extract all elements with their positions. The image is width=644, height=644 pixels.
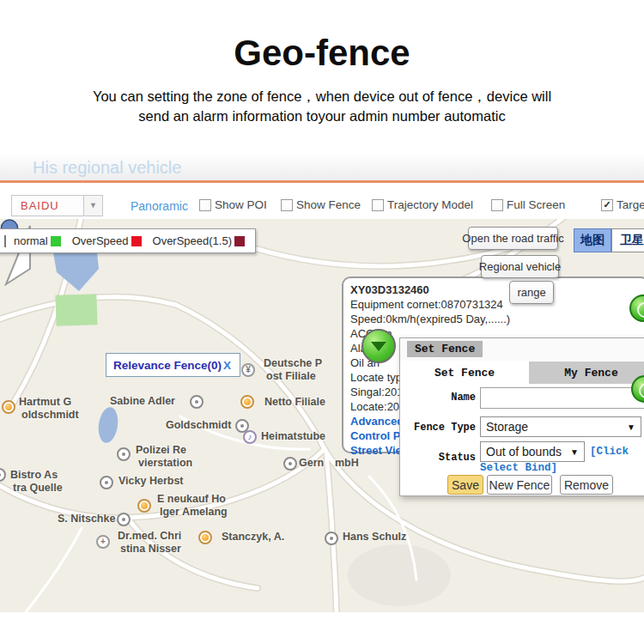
- checkbox-icon[interactable]: [199, 199, 211, 211]
- checkbox-label: Show POI: [215, 198, 267, 211]
- chevron-down-icon: ▼: [627, 422, 635, 432]
- shop-poi-icon: [198, 531, 212, 544]
- checkbox-icon[interactable]: [281, 199, 293, 211]
- map-label-goldschmidt: Goldschmidt: [166, 419, 231, 432]
- info-line: Equipment cornet:0870731324: [350, 297, 642, 312]
- dot-poi-icon: [283, 457, 297, 471]
- relevance-fence-label: Relevance Fence(0): [113, 359, 222, 372]
- chevron-down-icon: ▼: [570, 447, 579, 457]
- checkbox-trajectory-model[interactable]: Trajectory Model: [372, 198, 473, 211]
- checkbox-show-poi[interactable]: Show POI: [199, 198, 267, 211]
- screenshot-root: Geo-fence You can setting the zone of fe…: [0, 0, 644, 644]
- shop-poi-icon: [240, 395, 254, 409]
- dot-poi-icon: [117, 513, 131, 526]
- map-label-gern: Gern: [299, 457, 324, 470]
- panoramic-link[interactable]: Panoramic: [131, 199, 188, 213]
- pond-shape: [96, 406, 120, 445]
- fence-type-select[interactable]: Storage ▼: [480, 416, 641, 437]
- checkbox-checked-icon[interactable]: ✓: [601, 199, 613, 211]
- map-label-drmed: Dr.med. Christina Nisser: [118, 530, 181, 556]
- vehicle-status-icon[interactable]: [361, 329, 396, 363]
- dot-poi-icon: [117, 447, 131, 461]
- music-note-poi-icon: ♪: [243, 430, 257, 444]
- map-label-gmbh: mbH: [335, 457, 359, 470]
- regional-vehicle-button[interactable]: Regional vehicle: [481, 255, 559, 278]
- map-label-heimatstube: Heimatstube: [261, 430, 325, 443]
- new-fence-button[interactable]: New Fence: [487, 475, 552, 495]
- checkbox-label: Full Screen: [507, 198, 565, 211]
- tab-set-fence[interactable]: Set Fence: [400, 361, 529, 384]
- range-button[interactable]: range: [509, 281, 554, 304]
- dot-poi-icon: [325, 532, 338, 545]
- map-type-satellite-button[interactable]: 卫星: [611, 228, 644, 252]
- dot-poi-icon: [190, 395, 204, 409]
- app-header: His regional vehicle: [0, 155, 644, 183]
- map-label-deutsche-post: Deutsche Post Filiale: [264, 357, 322, 383]
- checkbox-target-name[interactable]: ✓ Target nam: [601, 198, 644, 211]
- pharmacy-plus-poi-icon: +: [96, 535, 110, 549]
- page-subtitle-line2: send an alarm information toyour admin n…: [0, 108, 644, 125]
- relevance-fence-box: Relevance Fence(0) X: [106, 353, 240, 377]
- checkbox-full-screen[interactable]: Full Screen: [491, 198, 565, 211]
- map-label-stanczyk: Stanczyk, A.: [222, 531, 284, 544]
- checkbox-label: Show Fence: [296, 198, 361, 211]
- page-title: Geo-fence: [0, 33, 644, 74]
- map-canvas[interactable]: normal OverSpeed OverSpeed(1.5) Open the…: [0, 219, 644, 612]
- dialog-title: Set Fence: [407, 341, 483, 357]
- bottom-margin: [0, 612, 644, 644]
- legend-clipped-divider: [4, 235, 6, 247]
- checkbox-icon[interactable]: [491, 199, 503, 211]
- map-label-hans: Hans Schulz: [343, 531, 406, 544]
- map-label-nitschke: S. Nitschke: [58, 513, 115, 526]
- map-label-sabine: Sabine Adler: [110, 395, 175, 408]
- map-label-vicky: Vicky Herbst: [118, 475, 184, 488]
- map-label-netto: Netto Filiale: [264, 396, 325, 409]
- dialog-titlebar[interactable]: Set Fence: [400, 338, 644, 361]
- map-label-neukauf: E neukauf Holger Amelang: [157, 493, 228, 519]
- legend-label: OverSpeed: [72, 234, 129, 247]
- legend-swatch-overspeed: [131, 236, 142, 246]
- map-type-map-button[interactable]: 地图: [574, 228, 611, 252]
- park-shape: [55, 294, 97, 326]
- toolbar: BAIDU ▼ Panoramic Show POI Show Fence Tr…: [0, 183, 644, 219]
- legend-label: OverSpeed(1.5): [153, 234, 233, 247]
- fence-type-label: Fence Type: [400, 422, 476, 434]
- close-icon[interactable]: X: [223, 359, 231, 372]
- status-label: Status: [400, 452, 476, 464]
- map-label-hartmut: Hartmut Goldschmidt: [19, 396, 79, 422]
- app-header-title: His regional vehicle: [33, 158, 181, 178]
- save-button[interactable]: Save: [447, 475, 483, 495]
- page-subtitle-line1: You can setting the zone of fence，when d…: [0, 88, 644, 106]
- map-provider-value: BAIDU: [21, 199, 59, 212]
- tab-my-fence[interactable]: My Fence: [529, 361, 644, 384]
- dot-poi-icon: [100, 476, 113, 489]
- click-select-bind-link-1[interactable]: [Click: [590, 446, 629, 458]
- set-fence-dialog: Set Fence Set Fence My Fence Name Fence …: [399, 337, 644, 496]
- post-yen-poi-icon: ¥: [241, 363, 255, 377]
- status-value: Out of bounds: [486, 445, 562, 459]
- checkbox-show-fence[interactable]: Show Fence: [281, 198, 361, 211]
- status-select[interactable]: Out of bounds ▼: [480, 441, 585, 462]
- speed-legend: normal OverSpeed OverSpeed(1.5): [0, 228, 256, 253]
- device-id: XY03D3132460: [350, 283, 642, 297]
- info-line: Speed:0km/h(expired5 Day,......): [350, 312, 642, 326]
- shop-poi-icon: [2, 400, 15, 414]
- legend-label: normal: [14, 234, 48, 247]
- fence-type-value: Storage: [486, 420, 528, 434]
- fence-name-input[interactable]: [480, 387, 644, 409]
- map-label-bistro: Bistro Astra Quelle: [10, 469, 63, 495]
- checkbox-label: Target nam: [617, 198, 644, 211]
- name-label: Name: [400, 392, 476, 404]
- chevron-down-icon[interactable]: ▼: [83, 196, 102, 216]
- shop-poi-icon: [137, 499, 151, 513]
- remove-button[interactable]: Remove: [560, 475, 613, 495]
- road-traffic-button[interactable]: Open the road traffic: [468, 227, 558, 250]
- legend-swatch-overspeed15: [234, 236, 245, 246]
- checkbox-label: Trajectory Model: [387, 198, 473, 211]
- checkbox-icon[interactable]: [372, 199, 384, 211]
- legend-swatch-normal: [51, 236, 61, 246]
- click-select-bind-link-2[interactable]: Select Bind]: [480, 462, 557, 474]
- map-provider-select[interactable]: BAIDU ▼: [11, 195, 103, 216]
- map-label-polizei: Polizei Revierstation: [136, 444, 192, 470]
